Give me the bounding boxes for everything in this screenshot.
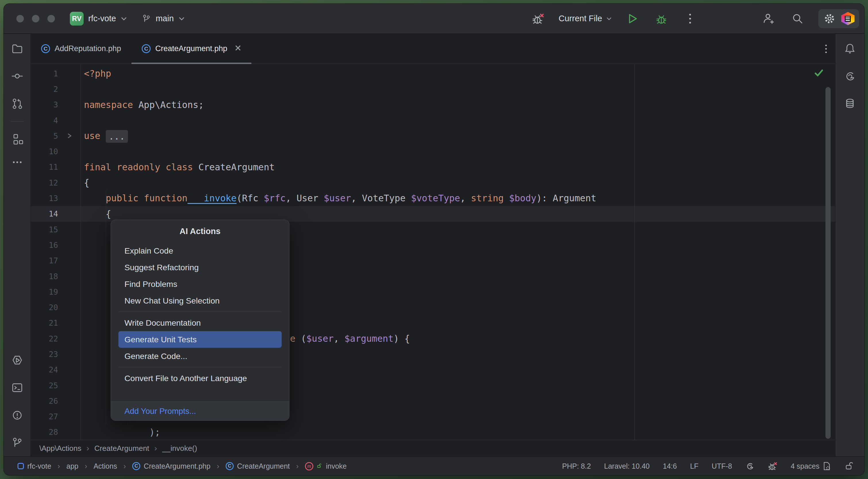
line-number: 27 (31, 412, 58, 421)
breadcrumb-separator: › (215, 462, 221, 471)
code-line-12[interactable]: 12{ (31, 175, 835, 191)
line-number: 15 (31, 225, 58, 234)
code-text: public function __invoke(Rfc $rfc, User … (81, 191, 835, 206)
status-breadcrumb-item[interactable]: Actions (93, 462, 117, 470)
breadcrumb-separator: › (122, 462, 128, 471)
settings-ai-group (818, 9, 859, 28)
code-line-14[interactable]: 14 { (31, 206, 835, 222)
line-number: 13 (31, 194, 58, 203)
ai-assistant-status-icon[interactable] (745, 461, 754, 471)
code-text: namespace App\Actions; (81, 97, 835, 112)
php-version-widget[interactable]: PHP: 8.2 (562, 462, 591, 470)
menu-item-generate-unit-tests[interactable]: Generate Unit Tests (118, 331, 282, 348)
code-token: , (334, 333, 345, 344)
version-control-tool-icon[interactable] (11, 437, 23, 449)
breadcrumb-item[interactable]: CreateArgument (94, 444, 149, 453)
menu-item-find-problems[interactable]: Find Problems (118, 276, 282, 292)
code-token: , (460, 193, 471, 203)
editor-tab-createargument-php[interactable]: CCreateArgument.php (131, 34, 251, 64)
database-tool-icon[interactable] (844, 98, 856, 110)
line-number: 3 (31, 100, 58, 109)
indent-widget[interactable]: 4 spaces (791, 461, 832, 471)
more-tools-icon[interactable] (11, 161, 23, 164)
menu-item-suggest-refactoring[interactable]: Suggest Refactoring (118, 259, 282, 276)
code-token: ( (296, 333, 306, 344)
more-actions-kebab-icon[interactable] (682, 11, 698, 27)
commit-tool-icon[interactable] (11, 70, 23, 82)
structure-tool-icon[interactable] (11, 133, 23, 145)
method-icon: m (305, 462, 313, 470)
code-line-13[interactable]: 13 public function __invoke(Rfc $rfc, Us… (31, 191, 835, 206)
run-button[interactable] (625, 11, 641, 27)
mute-breakpoints-icon[interactable] (530, 11, 546, 27)
code-token: $voteType (406, 193, 460, 203)
close-window-button[interactable] (17, 15, 24, 23)
line-number: 18 (31, 272, 58, 281)
line-ending-widget[interactable]: LF (690, 462, 699, 470)
menu-item-new-chat-using-selection[interactable]: New Chat Using Selection (118, 292, 282, 309)
status-breadcrumb-label: Actions (93, 462, 117, 470)
code-line-11[interactable]: 11final readonly class CreateArgument (31, 159, 835, 175)
maximize-window-button[interactable] (48, 15, 55, 23)
problems-tool-icon[interactable] (11, 409, 23, 421)
close-tab-icon[interactable] (235, 44, 241, 53)
code-line-28[interactable]: 28 ); (31, 424, 835, 440)
status-breadcrumb-item[interactable]: CCreateArgument.php (132, 462, 210, 470)
status-breadcrumb-label: CreateArgument (237, 462, 290, 470)
notifications-bell-icon[interactable] (844, 42, 856, 55)
terminal-tool-icon[interactable] (11, 382, 23, 394)
project-tool-icon[interactable] (11, 42, 23, 55)
editor-tab-addreputation-php[interactable]: CAddReputation.php (31, 34, 131, 64)
status-breadcrumb-item[interactable]: rfc-vote (18, 462, 51, 470)
code-with-me-icon[interactable] (761, 11, 777, 27)
editor-scrollbar[interactable] (826, 87, 831, 439)
run-configuration-selector[interactable]: Current File (559, 14, 612, 23)
gutter-separator (81, 64, 81, 440)
ai-assistant-tool-icon[interactable] (844, 70, 856, 82)
code-token: , User (286, 193, 318, 203)
code-line-3[interactable]: 3namespace App\Actions; (31, 97, 835, 112)
search-everywhere-icon[interactable] (789, 11, 806, 27)
code-token: { (84, 177, 89, 188)
menu-item-explain-code[interactable]: Explain Code (118, 242, 282, 259)
breadcrumb-item[interactable]: \App\Actions (39, 444, 81, 453)
code-line-10[interactable]: 10 (31, 144, 835, 159)
status-breadcrumb-item[interactable]: minvoke (305, 462, 347, 470)
fold-chevron-icon[interactable] (58, 133, 81, 139)
status-breadcrumbs: rfc-vote›app›Actions›CCreateArgument.php… (18, 462, 347, 471)
right-margin-guide (634, 64, 635, 440)
code-line-5[interactable]: 5use ... (31, 128, 835, 144)
pull-requests-tool-icon[interactable] (11, 98, 23, 110)
code-line-4[interactable]: 4 (31, 112, 835, 128)
tab-options-kebab-icon[interactable] (825, 44, 827, 54)
code-line-1[interactable]: 1<?php (31, 66, 835, 81)
breadcrumb-item[interactable]: __invoke() (162, 444, 197, 453)
menu-item-convert-file-to-another-language[interactable]: Convert File to Another Language (118, 370, 282, 386)
services-tool-icon[interactable] (11, 354, 23, 366)
status-breadcrumb-item[interactable]: CCreateArgument (226, 462, 290, 470)
minimize-window-button[interactable] (32, 15, 39, 23)
encoding-widget[interactable]: UTF-8 (712, 462, 732, 470)
menu-item-generate-code-[interactable]: Generate Code... (118, 348, 282, 365)
code-line-2[interactable]: 2 (31, 81, 835, 97)
add-your-prompts-link[interactable]: Add Your Prompts... (111, 402, 289, 420)
mute-breakpoints-status-icon[interactable] (768, 461, 777, 471)
code-text: use ... (81, 128, 835, 144)
inspections-ok-check-icon[interactable] (814, 69, 824, 77)
code-text: <?php (81, 66, 835, 81)
laravel-version-widget[interactable]: Laravel: 10.40 (604, 462, 650, 470)
debug-button[interactable] (653, 11, 670, 27)
readonly-toggle-lock-icon[interactable] (845, 461, 855, 471)
caret-position-widget[interactable]: 14:6 (663, 462, 677, 470)
settings-gear-icon[interactable] (823, 12, 836, 25)
code-text: { (81, 175, 835, 191)
project-widget[interactable]: RV rfc-vote (70, 12, 127, 26)
branch-widget[interactable]: main (142, 14, 185, 24)
code-text: ); (81, 424, 835, 440)
menu-item-write-documentation[interactable]: Write Documentation (118, 314, 282, 331)
indent-guide (106, 191, 106, 424)
status-breadcrumb-item[interactable]: app (66, 462, 79, 470)
jetbrains-ai-icon[interactable] (841, 12, 855, 25)
tab-label: AddReputation.php (55, 44, 121, 53)
title-bar: RV rfc-vote main (4, 4, 864, 34)
